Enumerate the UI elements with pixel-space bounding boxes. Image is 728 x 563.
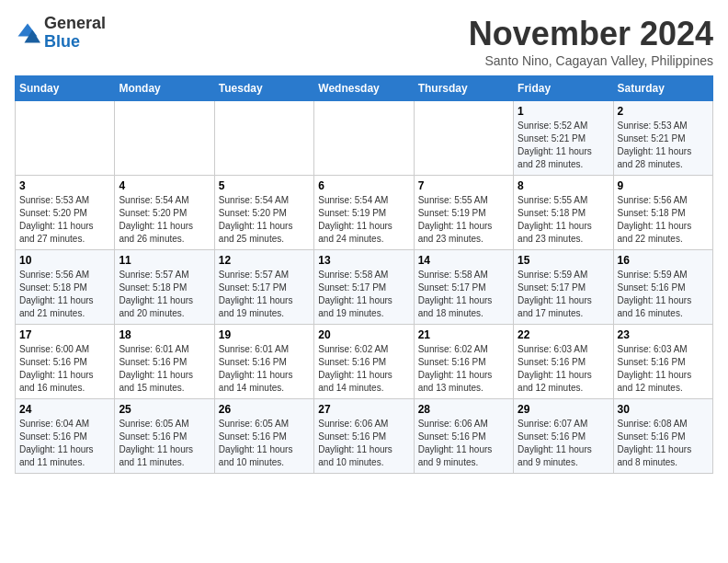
day-cell: 14Sunrise: 5:58 AM Sunset: 5:17 PM Dayli…: [414, 250, 513, 325]
day-cell: 22Sunrise: 6:03 AM Sunset: 5:16 PM Dayli…: [514, 325, 613, 399]
day-info: Sunrise: 5:54 AM Sunset: 5:20 PM Dayligh…: [119, 194, 210, 246]
day-cell: [214, 101, 313, 176]
day-info: Sunrise: 5:56 AM Sunset: 5:18 PM Dayligh…: [19, 269, 110, 320]
day-number: 12: [219, 254, 310, 267]
calendar-body: 1Sunrise: 5:52 AM Sunset: 5:21 PM Daylig…: [16, 101, 713, 474]
day-number: 26: [219, 403, 310, 416]
title-section: November 2024 Santo Nino, Cagayan Valley…: [469, 15, 713, 68]
day-cell: 30Sunrise: 6:08 AM Sunset: 5:16 PM Dayli…: [613, 399, 712, 474]
weekday-tuesday: Tuesday: [214, 76, 313, 101]
page-header: General Blue November 2024 Santo Nino, C…: [15, 15, 713, 68]
logo-icon: [15, 20, 40, 46]
day-cell: 11Sunrise: 5:57 AM Sunset: 5:18 PM Dayli…: [115, 250, 214, 325]
day-number: 6: [318, 179, 409, 192]
day-cell: 4Sunrise: 5:54 AM Sunset: 5:20 PM Daylig…: [115, 176, 214, 250]
week-row-2: 3Sunrise: 5:53 AM Sunset: 5:20 PM Daylig…: [16, 176, 713, 250]
day-cell: 24Sunrise: 6:04 AM Sunset: 5:16 PM Dayli…: [16, 399, 115, 474]
day-info: Sunrise: 6:06 AM Sunset: 5:16 PM Dayligh…: [318, 418, 409, 469]
day-info: Sunrise: 6:05 AM Sunset: 5:16 PM Dayligh…: [219, 418, 310, 469]
day-info: Sunrise: 5:54 AM Sunset: 5:19 PM Dayligh…: [318, 194, 409, 246]
day-number: 24: [19, 403, 110, 416]
location: Santo Nino, Cagayan Valley, Philippines: [469, 53, 713, 68]
day-number: 19: [219, 328, 310, 341]
day-number: 3: [19, 179, 110, 192]
weekday-saturday: Saturday: [613, 76, 712, 101]
weekday-friday: Friday: [514, 76, 613, 101]
weekday-wednesday: Wednesday: [314, 76, 414, 101]
logo-blue: Blue: [44, 33, 106, 52]
day-info: Sunrise: 5:57 AM Sunset: 5:18 PM Dayligh…: [119, 269, 210, 320]
day-number: 9: [618, 179, 709, 192]
day-cell: 9Sunrise: 5:56 AM Sunset: 5:18 PM Daylig…: [613, 176, 712, 250]
day-info: Sunrise: 6:04 AM Sunset: 5:16 PM Dayligh…: [19, 418, 110, 469]
day-cell: 2Sunrise: 5:53 AM Sunset: 5:21 PM Daylig…: [613, 101, 712, 176]
day-number: 18: [119, 328, 210, 341]
day-number: 23: [618, 328, 709, 341]
day-number: 20: [318, 328, 409, 341]
day-cell: 26Sunrise: 6:05 AM Sunset: 5:16 PM Dayli…: [214, 399, 313, 474]
day-info: Sunrise: 5:54 AM Sunset: 5:20 PM Dayligh…: [219, 194, 310, 246]
day-cell: 5Sunrise: 5:54 AM Sunset: 5:20 PM Daylig…: [214, 176, 313, 250]
day-number: 28: [418, 403, 509, 416]
day-info: Sunrise: 6:01 AM Sunset: 5:16 PM Dayligh…: [219, 343, 310, 395]
day-cell: 1Sunrise: 5:52 AM Sunset: 5:21 PM Daylig…: [514, 101, 613, 176]
week-row-3: 10Sunrise: 5:56 AM Sunset: 5:18 PM Dayli…: [16, 250, 713, 325]
day-number: 27: [318, 403, 409, 416]
day-cell: [314, 101, 414, 176]
day-cell: 29Sunrise: 6:07 AM Sunset: 5:16 PM Dayli…: [514, 399, 613, 474]
day-cell: 16Sunrise: 5:59 AM Sunset: 5:16 PM Dayli…: [613, 250, 712, 325]
day-cell: 6Sunrise: 5:54 AM Sunset: 5:19 PM Daylig…: [314, 176, 414, 250]
day-info: Sunrise: 5:57 AM Sunset: 5:17 PM Dayligh…: [219, 269, 310, 320]
day-info: Sunrise: 5:55 AM Sunset: 5:18 PM Dayligh…: [518, 194, 609, 246]
day-info: Sunrise: 5:53 AM Sunset: 5:21 PM Dayligh…: [618, 120, 709, 171]
day-cell: 17Sunrise: 6:00 AM Sunset: 5:16 PM Dayli…: [16, 325, 115, 399]
day-number: 15: [518, 254, 609, 267]
day-cell: 10Sunrise: 5:56 AM Sunset: 5:18 PM Dayli…: [16, 250, 115, 325]
day-number: 4: [119, 179, 210, 192]
calendar-table: SundayMondayTuesdayWednesdayThursdayFrid…: [15, 75, 713, 474]
day-info: Sunrise: 5:58 AM Sunset: 5:17 PM Dayligh…: [318, 269, 409, 320]
weekday-row: SundayMondayTuesdayWednesdayThursdayFrid…: [16, 76, 713, 101]
day-info: Sunrise: 6:03 AM Sunset: 5:16 PM Dayligh…: [518, 343, 609, 395]
day-number: 13: [318, 254, 409, 267]
day-cell: 7Sunrise: 5:55 AM Sunset: 5:19 PM Daylig…: [414, 176, 513, 250]
day-info: Sunrise: 5:56 AM Sunset: 5:18 PM Dayligh…: [618, 194, 709, 246]
day-info: Sunrise: 6:02 AM Sunset: 5:16 PM Dayligh…: [318, 343, 409, 395]
month-title: November 2024: [469, 15, 713, 53]
day-info: Sunrise: 6:00 AM Sunset: 5:16 PM Dayligh…: [19, 343, 110, 395]
day-cell: 15Sunrise: 5:59 AM Sunset: 5:17 PM Dayli…: [514, 250, 613, 325]
day-number: 21: [418, 328, 509, 341]
day-info: Sunrise: 6:02 AM Sunset: 5:16 PM Dayligh…: [418, 343, 509, 395]
day-info: Sunrise: 5:59 AM Sunset: 5:17 PM Dayligh…: [518, 269, 609, 320]
week-row-1: 1Sunrise: 5:52 AM Sunset: 5:21 PM Daylig…: [16, 101, 713, 176]
day-cell: 19Sunrise: 6:01 AM Sunset: 5:16 PM Dayli…: [214, 325, 313, 399]
day-number: 2: [618, 105, 709, 118]
day-number: 29: [518, 403, 609, 416]
logo-general: General: [44, 15, 106, 33]
week-row-5: 24Sunrise: 6:04 AM Sunset: 5:16 PM Dayli…: [16, 399, 713, 474]
day-info: Sunrise: 6:01 AM Sunset: 5:16 PM Dayligh…: [119, 343, 210, 395]
day-number: 11: [119, 254, 210, 267]
calendar-header: SundayMondayTuesdayWednesdayThursdayFrid…: [16, 76, 713, 101]
day-number: 17: [19, 328, 110, 341]
day-cell: 28Sunrise: 6:06 AM Sunset: 5:16 PM Dayli…: [414, 399, 513, 474]
day-cell: [115, 101, 214, 176]
day-cell: 12Sunrise: 5:57 AM Sunset: 5:17 PM Dayli…: [214, 250, 313, 325]
day-info: Sunrise: 5:59 AM Sunset: 5:16 PM Dayligh…: [618, 269, 709, 320]
day-cell: 25Sunrise: 6:05 AM Sunset: 5:16 PM Dayli…: [115, 399, 214, 474]
day-cell: 21Sunrise: 6:02 AM Sunset: 5:16 PM Dayli…: [414, 325, 513, 399]
day-cell: 18Sunrise: 6:01 AM Sunset: 5:16 PM Dayli…: [115, 325, 214, 399]
day-cell: 3Sunrise: 5:53 AM Sunset: 5:20 PM Daylig…: [16, 176, 115, 250]
day-info: Sunrise: 6:08 AM Sunset: 5:16 PM Dayligh…: [618, 418, 709, 469]
day-cell: 8Sunrise: 5:55 AM Sunset: 5:18 PM Daylig…: [514, 176, 613, 250]
day-info: Sunrise: 6:07 AM Sunset: 5:16 PM Dayligh…: [518, 418, 609, 469]
day-info: Sunrise: 5:58 AM Sunset: 5:17 PM Dayligh…: [418, 269, 509, 320]
weekday-sunday: Sunday: [16, 76, 115, 101]
day-number: 8: [518, 179, 609, 192]
weekday-monday: Monday: [115, 76, 214, 101]
day-cell: 20Sunrise: 6:02 AM Sunset: 5:16 PM Dayli…: [314, 325, 414, 399]
day-number: 22: [518, 328, 609, 341]
day-info: Sunrise: 5:52 AM Sunset: 5:21 PM Dayligh…: [518, 120, 609, 171]
day-cell: [16, 101, 115, 176]
day-number: 10: [19, 254, 110, 267]
